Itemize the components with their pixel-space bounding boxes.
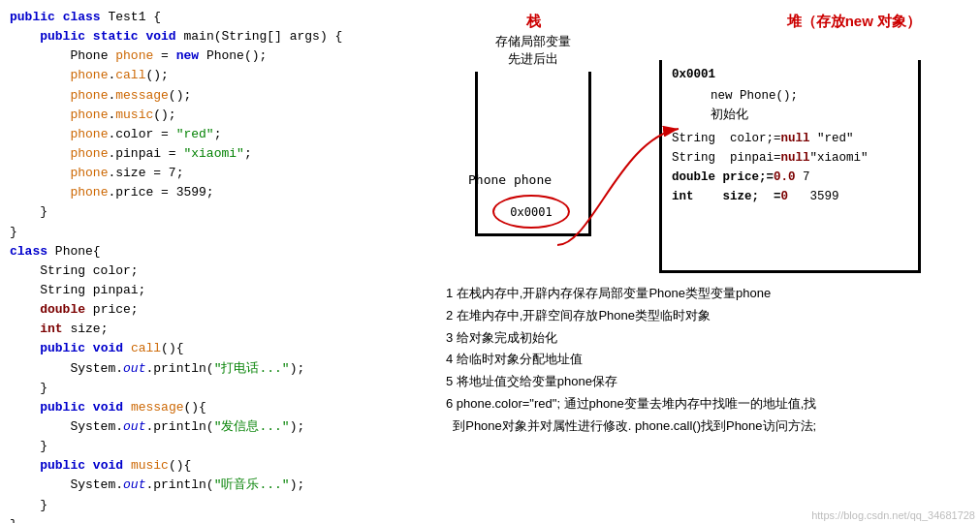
stack-container: 栈 存储局部变量 先进后出 Phone phone 0x0001	[465, 13, 601, 273]
heap-box: 0x0001 new Phone(); 初始化 String color;=nu…	[659, 60, 921, 273]
explanation-1: 1 在栈内存中,开辟内存保存局部变量Phone类型变量phone	[446, 283, 970, 305]
explanation-4: 4 给临时对象分配地址值	[446, 349, 970, 371]
explanation-5: 5 将地址值交给变量phone保存	[446, 371, 970, 393]
code-block: public class Test1 { public static void …	[10, 8, 427, 523]
phone-variable-label: Phone phone	[468, 172, 552, 187]
explanation-6b: 到Phone对象并对属性进行修改. phone.call()找到Phone访问方…	[446, 415, 970, 438]
code-panel: public class Test1 { public static void …	[0, 0, 436, 523]
heap-field-size: int size; =0 3599	[672, 187, 869, 206]
heap-init-label: 初始化	[711, 106, 869, 125]
heap-container: 堆（存放new 对象） 0x0001 new Phone(); 初始化 Stri…	[659, 13, 931, 273]
stack-title: 栈	[465, 13, 601, 31]
address-oval: 0x0001	[492, 195, 570, 229]
explanation-3: 3 给对象完成初始化	[446, 327, 970, 350]
heap-content: 0x0001 new Phone(); 初始化 String color;=nu…	[672, 65, 869, 206]
stack-subtitle: 存储局部变量 先进后出	[465, 33, 601, 68]
heap-field-color: String color;=null "red"	[672, 129, 869, 148]
diagram-panel: 栈 存储局部变量 先进后出 Phone phone 0x0001 堆（存放new…	[436, 0, 980, 523]
explanations: 1 在栈内存中,开辟内存保存局部变量Phone类型变量phone 2 在堆内存中…	[446, 283, 970, 437]
memory-diagram: 栈 存储局部变量 先进后出 Phone phone 0x0001 堆（存放new…	[465, 13, 970, 273]
explanation-6: 6 phone.color="red"; 通过phone变量去堆内存中找唯一的地…	[446, 393, 970, 415]
heap-address: 0x0001	[672, 65, 869, 84]
explanation-2: 2 在堆内存中,开辟空间存放Phone类型临时对象	[446, 305, 970, 327]
heap-field-price: double price;=0.0 7	[672, 168, 869, 187]
watermark: https://blog.csdn.net/qq_34681728	[811, 509, 975, 521]
stack-box: Phone phone 0x0001	[475, 72, 591, 236]
heap-field-pinpai: String pinpai=null"xiaomi"	[672, 148, 869, 168]
heap-title: 堆（存放new 对象）	[659, 13, 931, 31]
heap-new-label: new Phone();	[711, 86, 869, 106]
